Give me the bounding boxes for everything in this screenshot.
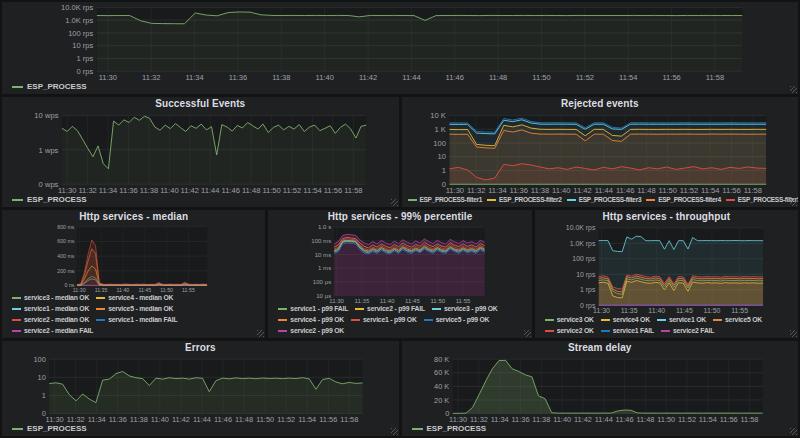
stream-delay-chart-canvas[interactable]: 11:3011:3211:3411:3611:3811:4011:4211:44… — [402, 354, 799, 424]
errors-chart-canvas[interactable]: 11:3011:3211:3411:3611:3811:4011:4211:44… — [2, 354, 399, 424]
panel-resize-handle[interactable] — [790, 330, 797, 337]
panel-resize-handle[interactable] — [790, 86, 797, 93]
legend-item[interactable]: service2 - median FAIL — [12, 326, 93, 336]
svg-text:11:44: 11:44 — [201, 186, 219, 195]
legend-item[interactable]: ESP_PROCESS-filter1 — [408, 195, 483, 205]
legend-item[interactable]: service3 - p99 OK — [432, 304, 498, 314]
legend-item[interactable]: ESP_PROCESS — [12, 424, 87, 434]
legend-item[interactable]: service3 - median OK — [12, 293, 89, 303]
series-color-swatch — [601, 319, 610, 321]
svg-text:11:35: 11:35 — [95, 287, 108, 293]
svg-text:11:34: 11:34 — [99, 186, 117, 195]
panel-resize-handle[interactable] — [391, 428, 398, 435]
legend-item[interactable]: service2 - p99 OK — [278, 326, 344, 336]
panel-resize-handle[interactable] — [790, 428, 797, 435]
dashboard-row-3: Http services - median 11:3011:3511:4011… — [2, 210, 798, 338]
legend-item[interactable]: ESP_PROCESS-filter3 — [567, 195, 642, 205]
events-rate-chart-canvas[interactable]: 11:3011:3211:3411:3611:3811:4011:4211:44… — [2, 2, 798, 82]
legend-label: service4 OK — [613, 315, 650, 325]
series-color-swatch — [424, 319, 433, 321]
legend-label: service5 - p99 OK — [436, 315, 490, 325]
svg-text:11:50: 11:50 — [262, 186, 280, 195]
legend-item[interactable]: service5 - p99 OK — [424, 315, 490, 325]
svg-text:11:55: 11:55 — [731, 307, 748, 314]
legend-item[interactable]: ESP_PROCESS — [12, 82, 87, 92]
legend-item[interactable]: service4 - median OK — [96, 293, 173, 303]
svg-text:11:30: 11:30 — [330, 297, 345, 304]
series-color-swatch — [12, 330, 21, 332]
svg-text:11:44: 11:44 — [594, 415, 612, 424]
legend-item[interactable]: ESP_PROCESS-filter2 — [487, 195, 562, 205]
legend-item[interactable]: ESP_PROCESS-filter4 — [646, 195, 721, 205]
svg-text:11:44: 11:44 — [594, 186, 612, 195]
svg-text:11:40: 11:40 — [316, 73, 334, 82]
rejected-events-legend: ESP_PROCESS-filter1ESP_PROCESS-filter2ES… — [402, 195, 799, 207]
svg-text:11:58: 11:58 — [340, 415, 358, 424]
legend-label: ESP_PROCESS-filter4 — [658, 195, 721, 205]
series-color-swatch — [412, 428, 423, 430]
svg-text:11:34: 11:34 — [88, 415, 106, 424]
legend-item[interactable]: service1 - median FAIL — [96, 315, 177, 325]
svg-text:10: 10 — [437, 152, 445, 161]
stream-delay-legend: ESP_PROCESS — [402, 424, 799, 436]
legend-item[interactable]: service4 - p99 OK — [278, 315, 344, 325]
successful-events-chart-canvas[interactable]: 11:3011:3211:3411:3611:3811:4011:4211:44… — [2, 110, 399, 195]
panel-title[interactable]: Stream delay — [402, 341, 799, 354]
series-color-swatch — [96, 308, 105, 310]
legend-item[interactable]: service1 - p99 FAIL — [278, 304, 348, 314]
legend-item[interactable]: service4 OK — [601, 315, 650, 325]
svg-text:11:58: 11:58 — [344, 186, 362, 195]
svg-text:11:45: 11:45 — [676, 307, 693, 314]
legend-label: service2 - p99 FAIL — [367, 304, 425, 314]
svg-text:11:30: 11:30 — [99, 73, 117, 82]
svg-text:11:36: 11:36 — [509, 186, 527, 195]
legend-item[interactable]: service2 - p99 FAIL — [355, 304, 425, 314]
svg-text:0 rps: 0 rps — [580, 302, 596, 310]
legend-item[interactable]: service5 - median OK — [96, 304, 173, 314]
svg-text:400 ms: 400 ms — [57, 253, 75, 259]
legend-item[interactable]: service1 FAIL — [601, 326, 654, 336]
legend-item[interactable]: service1 - p99 OK — [351, 315, 417, 325]
svg-text:1.0 s: 1.0 s — [318, 223, 331, 230]
legend-item[interactable]: ESP_PROCESS — [412, 424, 487, 434]
legend-item[interactable]: service1 OK — [657, 315, 706, 325]
panel-title[interactable]: Http services - 99% percentile — [268, 210, 531, 223]
legend-item[interactable]: service2 - median OK — [12, 315, 89, 325]
svg-text:11:36: 11:36 — [511, 415, 529, 424]
series-color-swatch — [545, 319, 554, 321]
http-median-legend: service3 - median OKservice4 - median OK… — [2, 293, 265, 338]
legend-item[interactable]: service5 OK — [713, 315, 762, 325]
legend-item[interactable]: service2 FAIL — [661, 326, 714, 336]
legend-item[interactable]: service3 OK — [545, 315, 594, 325]
panel-resize-handle[interactable] — [391, 199, 398, 206]
svg-text:11:30: 11:30 — [593, 307, 610, 314]
panel-title[interactable]: Http services - throughput — [535, 210, 798, 223]
legend-label: service3 OK — [557, 315, 594, 325]
legend-item[interactable]: ESP_PROCESS-filter5 — [726, 195, 798, 205]
legend-item[interactable]: ESP_PROCESS — [12, 195, 87, 205]
legend-item[interactable]: service1 - median OK — [12, 304, 89, 314]
http-median-chart-canvas[interactable]: 11:3011:3511:4011:4511:5011:550 ns200 ms… — [2, 223, 265, 293]
http-p99-chart-canvas[interactable]: 11:3011:3511:4011:4511:5011:5510 µs100 µ… — [268, 223, 531, 304]
events-rate-legend: ESP_PROCESS — [2, 82, 798, 94]
panel-title[interactable]: Successful Events — [2, 97, 399, 110]
svg-text:11:46: 11:46 — [446, 73, 464, 82]
series-color-swatch — [726, 199, 735, 201]
svg-text:40 K: 40 K — [434, 382, 449, 391]
svg-text:11:40: 11:40 — [151, 415, 169, 424]
rejected-events-chart-canvas[interactable]: 11:3011:3211:3411:3611:3811:4011:4211:44… — [402, 110, 799, 195]
svg-text:0: 0 — [42, 409, 46, 418]
panel-title[interactable]: Rejected events — [402, 97, 799, 110]
panel-resize-handle[interactable] — [257, 330, 264, 337]
panel-resize-handle[interactable] — [790, 199, 797, 206]
legend-item[interactable]: service2 OK — [545, 326, 594, 336]
svg-text:0 ns: 0 ns — [65, 282, 75, 288]
panel-resize-handle[interactable] — [524, 330, 531, 337]
legend-label: service1 - median FAIL — [108, 315, 177, 325]
panel-title[interactable]: Errors — [2, 341, 399, 354]
panel-title[interactable]: Http services - median — [2, 210, 265, 223]
series-color-swatch — [12, 428, 23, 430]
http-throughput-chart-canvas[interactable]: 11:3011:3511:4011:4511:5011:550 rps1 rps… — [535, 223, 798, 315]
legend-label: ESP_PROCESS — [27, 195, 87, 205]
svg-text:11:48: 11:48 — [242, 186, 260, 195]
